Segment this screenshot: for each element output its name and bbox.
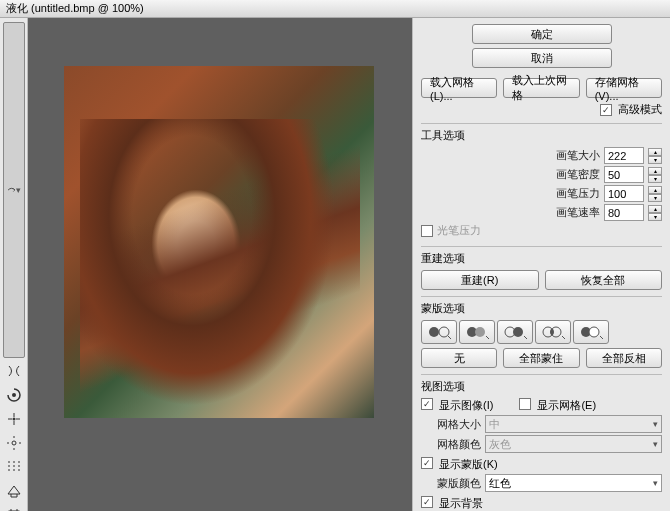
stylus-pressure-label: 光笔压力 [437, 223, 481, 238]
options-panel: 确定 取消 载入网格(L)... 载入上次网格 存储网格(V)... 高级模式 … [412, 18, 670, 511]
brush-pressure-label: 画笔压力 [540, 186, 600, 201]
ok-button[interactable]: 确定 [472, 24, 612, 44]
image-canvas[interactable] [64, 66, 374, 418]
canvas-area: − + 100% ▾ [28, 18, 412, 511]
show-mask-label: 显示蒙版(K) [439, 457, 498, 472]
reconstruct-tool-icon[interactable] [3, 360, 25, 382]
svg-point-6 [439, 327, 449, 337]
svg-point-5 [429, 327, 439, 337]
load-last-mesh-button[interactable]: 载入上次网格 [503, 78, 579, 98]
save-mesh-button[interactable]: 存储网格(V)... [586, 78, 662, 98]
mask-replace-icon[interactable] [421, 320, 457, 344]
titlebar: 液化 (untitled.bmp @ 100%) [0, 0, 670, 18]
brush-rate-label: 画笔速率 [540, 205, 600, 220]
svg-point-2 [12, 441, 16, 445]
brush-density-spinner[interactable]: ▴▾ [648, 167, 662, 183]
stylus-pressure-checkbox[interactable] [421, 225, 433, 237]
svg-point-8 [475, 327, 485, 337]
load-mesh-button[interactable]: 载入网格(L)... [421, 78, 497, 98]
pucker-tool-icon[interactable] [3, 408, 25, 430]
reconstruct-button[interactable]: 重建(R) [421, 270, 539, 290]
svg-point-14 [589, 327, 599, 337]
svg-point-1 [12, 418, 15, 421]
show-backdrop-checkbox[interactable] [421, 496, 433, 508]
push-left-tool-icon[interactable] [3, 456, 25, 478]
restore-all-button[interactable]: 恢复全部 [545, 270, 663, 290]
forward-warp-tool-icon[interactable] [3, 22, 25, 358]
brush-rate-spinner[interactable]: ▴▾ [648, 205, 662, 221]
advanced-mode-checkbox[interactable] [600, 104, 612, 116]
brush-pressure-spinner[interactable]: ▴▾ [648, 186, 662, 202]
brush-density-label: 画笔密度 [540, 167, 600, 182]
brush-size-spinner[interactable]: ▴▾ [648, 148, 662, 164]
mask-options-title: 蒙版选项 [421, 301, 662, 316]
show-mesh-label: 显示网格(E) [537, 398, 596, 413]
show-image-label: 显示图像(I) [439, 398, 493, 413]
thaw-mask-tool-icon[interactable] [3, 504, 25, 511]
svg-point-10 [513, 327, 523, 337]
mask-add-icon[interactable] [459, 320, 495, 344]
view-options-title: 视图选项 [421, 379, 662, 394]
reconstruct-options-title: 重建选项 [421, 251, 662, 266]
show-backdrop-label: 显示背景 [439, 496, 483, 511]
toolbar [0, 18, 28, 511]
mask-invert-all-button[interactable]: 全部反相 [586, 348, 662, 368]
cancel-button[interactable]: 取消 [472, 48, 612, 68]
freeze-mask-tool-icon[interactable] [3, 480, 25, 502]
twirl-tool-icon[interactable] [3, 384, 25, 406]
show-mesh-checkbox[interactable] [519, 398, 531, 410]
mask-none-button[interactable]: 无 [421, 348, 497, 368]
show-mask-checkbox[interactable] [421, 457, 433, 469]
mesh-size-label: 网格大小 [421, 417, 481, 432]
window-title: 液化 (untitled.bmp @ 100%) [6, 1, 144, 16]
advanced-mode-label: 高级模式 [618, 102, 662, 117]
mask-invert-icon[interactable] [573, 320, 609, 344]
mask-all-button[interactable]: 全部蒙住 [503, 348, 579, 368]
brush-density-input[interactable] [604, 166, 644, 183]
show-image-checkbox[interactable] [421, 398, 433, 410]
mesh-color-select: 灰色 [485, 435, 662, 453]
tool-options-title: 工具选项 [421, 128, 662, 143]
mask-color-select[interactable]: 红色 [485, 474, 662, 492]
mask-color-label: 蒙版颜色 [421, 476, 481, 491]
brush-pressure-input[interactable] [604, 185, 644, 202]
bloat-tool-icon[interactable] [3, 432, 25, 454]
brush-rate-input[interactable] [604, 204, 644, 221]
mask-intersect-icon[interactable] [535, 320, 571, 344]
mask-subtract-icon[interactable] [497, 320, 533, 344]
mesh-size-select: 中 [485, 415, 662, 433]
brush-size-label: 画笔大小 [540, 148, 600, 163]
brush-size-input[interactable] [604, 147, 644, 164]
mesh-color-label: 网格颜色 [421, 437, 481, 452]
svg-point-0 [12, 393, 16, 397]
